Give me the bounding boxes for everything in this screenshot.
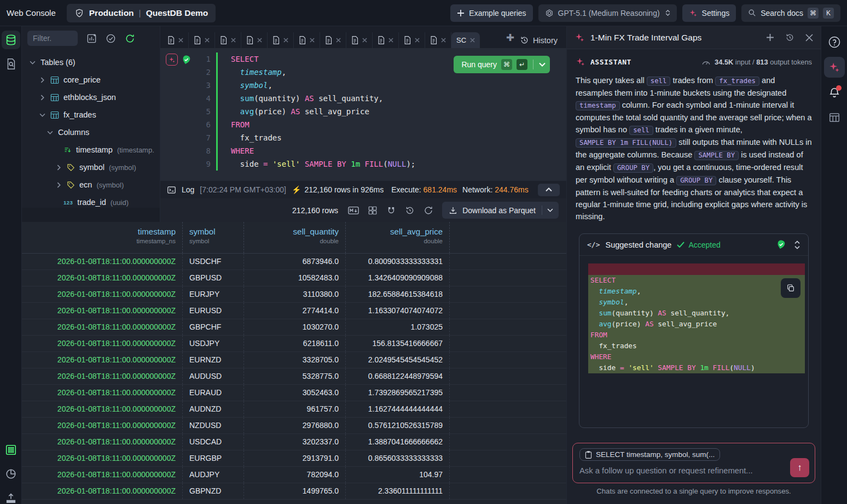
close-tab-icon[interactable]: [336, 38, 341, 43]
filter-input[interactable]: [27, 31, 78, 46]
tree-item-symbol[interactable]: symbol(symbol): [22, 159, 160, 176]
sql-editor[interactable]: 123456789 SELECT timestamp, symbol, sum(…: [160, 48, 566, 180]
close-tab-icon[interactable]: [441, 38, 446, 43]
instance-badge[interactable]: Production | QuestDB Demo: [67, 4, 216, 22]
import-button[interactable]: [2, 489, 20, 504]
refresh-tables-icon[interactable]: [125, 33, 135, 44]
editor-tab-active[interactable]: SC: [451, 32, 480, 48]
database-nav-button[interactable]: [2, 31, 20, 49]
rerun-query-icon[interactable]: [405, 206, 415, 215]
chevron-down-icon[interactable]: [28, 61, 36, 65]
table-row[interactable]: 2026-01-08T18:11:00.000000000ZEURGBP2913…: [22, 450, 566, 467]
table-row[interactable]: 2026-01-08T18:11:00.000000000ZGBPCHF1030…: [22, 319, 566, 336]
close-tab-icon[interactable]: [283, 38, 288, 43]
chart-view-button[interactable]: [2, 465, 20, 483]
close-tab-icon[interactable]: [231, 38, 236, 43]
send-button[interactable]: ↑: [790, 458, 809, 477]
settings-button[interactable]: Settings: [682, 4, 736, 22]
collapse-log-button[interactable]: [538, 184, 560, 196]
log-label[interactable]: Log: [182, 185, 194, 194]
chevron-right-icon[interactable]: [38, 77, 46, 83]
chevron-right-icon[interactable]: [55, 165, 62, 171]
markdown-export-icon[interactable]: [348, 206, 359, 215]
table-row[interactable]: 2026-01-08T18:11:00.000000000ZEURJPY3110…: [22, 286, 566, 303]
close-tab-icon[interactable]: [415, 38, 420, 43]
model-selector[interactable]: GPT-5.1 (Medium Reasoning): [538, 4, 677, 22]
editor-tab[interactable]: [189, 32, 215, 48]
close-tab-icon[interactable]: [205, 38, 210, 43]
table-row[interactable]: 2026-01-08T18:11:00.000000000ZAUDNZD9617…: [22, 401, 566, 418]
editor-tab[interactable]: [163, 32, 189, 48]
chat-history-button[interactable]: [785, 33, 794, 42]
close-panel-button[interactable]: [805, 34, 813, 42]
chevron-down-icon[interactable]: [38, 113, 46, 117]
table-row[interactable]: 2026-01-08T18:11:00.000000000ZEURUSD2774…: [22, 303, 566, 319]
columns-layout-icon[interactable]: [368, 206, 378, 215]
close-tab-icon[interactable]: [388, 38, 393, 43]
chat-input-placeholder[interactable]: Ask a follow up question or request refi…: [579, 466, 809, 477]
check-circle-icon[interactable]: [106, 33, 116, 44]
editor-tab[interactable]: [425, 32, 451, 48]
table-panel-button[interactable]: [824, 107, 845, 128]
editor-tab[interactable]: [268, 32, 294, 48]
expand-collapse-icon[interactable]: [794, 241, 800, 249]
table-row[interactable]: 2026-01-08T18:11:00.000000000ZAUDJPY7820…: [22, 467, 566, 483]
new-chat-button[interactable]: [766, 33, 774, 42]
table-row[interactable]: 2026-01-08T18:11:00.000000000ZNZDUSD2976…: [22, 418, 566, 434]
close-tab-icon[interactable]: [362, 38, 367, 43]
download-options-chevron-icon[interactable]: [547, 208, 553, 212]
table-row[interactable]: 2026-01-08T18:11:00.000000000ZEURNZD3328…: [22, 352, 566, 368]
editor-tab[interactable]: [320, 32, 346, 48]
close-tab-icon[interactable]: [257, 38, 262, 43]
file-search-nav-button[interactable]: [2, 55, 20, 73]
editor-tab[interactable]: [294, 32, 320, 48]
table-row[interactable]: 2026-01-08T18:11:00.000000000ZUSDCHF6873…: [22, 254, 566, 270]
query-context-chip[interactable]: SELECT timestamp, symbol, sum(...: [579, 448, 720, 461]
editor-tab[interactable]: [215, 32, 241, 48]
ai-assist-button[interactable]: [166, 54, 178, 66]
run-query-button[interactable]: Run query ⌘ ↵: [454, 56, 550, 73]
close-tab-icon[interactable]: [470, 38, 475, 43]
table-row[interactable]: 2026-01-08T18:11:00.000000000ZEURAUD3052…: [22, 385, 566, 401]
refresh-results-icon[interactable]: [424, 206, 433, 215]
tree-item-columns[interactable]: Columns: [22, 124, 160, 141]
tree-item-timestamp[interactable]: timestamp(timestamp.: [22, 141, 160, 159]
table-row[interactable]: 2026-01-08T18:11:00.000000000ZUSDJPY6218…: [22, 336, 566, 352]
editor-tab[interactable]: [399, 32, 425, 48]
search-docs[interactable]: Search docs ⌘ K: [741, 4, 840, 22]
chevron-right-icon[interactable]: [38, 95, 46, 101]
tree-item-core-price[interactable]: core_price: [22, 71, 160, 89]
tree-item-tables-6-[interactable]: Tables (6): [22, 54, 160, 71]
column-header-symbol[interactable]: symbolsymbol: [183, 222, 244, 253]
grid-view-button[interactable]: [2, 441, 20, 459]
column-header-sell_avg_price[interactable]: sell_avg_pricedouble: [346, 222, 450, 253]
tree-item-ethblocks-json[interactable]: ethblocks_json: [22, 89, 160, 106]
close-tab-icon[interactable]: [178, 38, 183, 43]
help-button[interactable]: [824, 32, 845, 52]
ai-assistant-rail-button[interactable]: [824, 57, 845, 78]
history-button[interactable]: History: [520, 36, 562, 45]
editor-tab[interactable]: [241, 32, 268, 48]
column-header-sell_quantity[interactable]: sell_quantitydouble: [244, 222, 346, 253]
download-parquet-button[interactable]: Download as Parquet: [442, 202, 559, 219]
tree-item-fx-trades[interactable]: fx_trades: [22, 106, 160, 124]
copy-code-button[interactable]: [781, 278, 800, 298]
column-header-timestamp[interactable]: timestamptimestamp_ns: [22, 222, 183, 253]
table-row[interactable]: 2026-01-08T18:11:00.000000000ZAUDUSD5328…: [22, 368, 566, 385]
new-tab-button[interactable]: ✚: [506, 32, 514, 44]
chevron-right-icon[interactable]: [55, 182, 62, 188]
tree-item-ecn[interactable]: ecn(symbol): [22, 176, 160, 194]
editor-tab[interactable]: [373, 32, 399, 48]
table-row[interactable]: 2026-01-08T18:11:00.000000000ZUSDCAD3202…: [22, 434, 566, 450]
table-row[interactable]: 2026-01-08T18:11:00.000000000ZGBPNZD1499…: [22, 483, 566, 500]
add-metrics-icon[interactable]: [86, 33, 97, 44]
chat-input-box[interactable]: SELECT timestamp, symbol, sum(... Ask a …: [572, 443, 815, 483]
table-row[interactable]: 2026-01-08T18:11:00.000000000ZGBPUSD1058…: [22, 270, 566, 286]
close-tab-icon[interactable]: [310, 38, 315, 43]
example-queries-button[interactable]: Example queries: [450, 4, 532, 22]
chevron-down-icon[interactable]: [46, 131, 54, 134]
editor-tab[interactable]: [346, 32, 373, 48]
run-options-chevron-icon[interactable]: [539, 62, 546, 67]
notifications-button[interactable]: [824, 82, 845, 103]
tree-item-trade-id[interactable]: 123trade_id(uuid): [22, 194, 160, 208]
